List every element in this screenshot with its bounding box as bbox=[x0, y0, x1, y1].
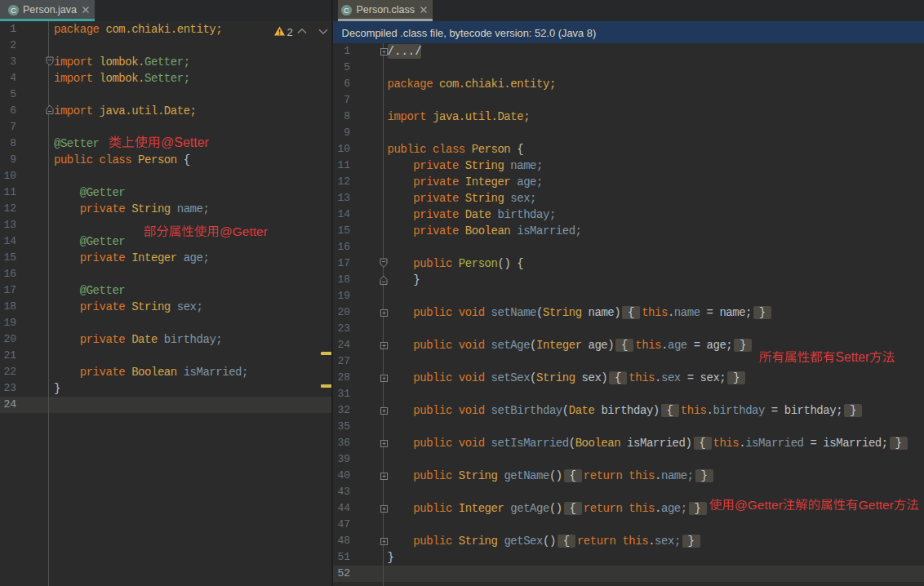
svg-text:@Getter: @Getter bbox=[220, 224, 268, 238]
svg-text:Getter: Getter bbox=[858, 498, 893, 512]
svg-text:@Setter: @Setter bbox=[161, 135, 210, 149]
svg-text:C: C bbox=[11, 6, 16, 15]
svg-text:C: C bbox=[344, 6, 349, 15]
svg-text:Setter: Setter bbox=[835, 350, 869, 364]
svg-text:@Getter: @Getter bbox=[735, 498, 783, 512]
